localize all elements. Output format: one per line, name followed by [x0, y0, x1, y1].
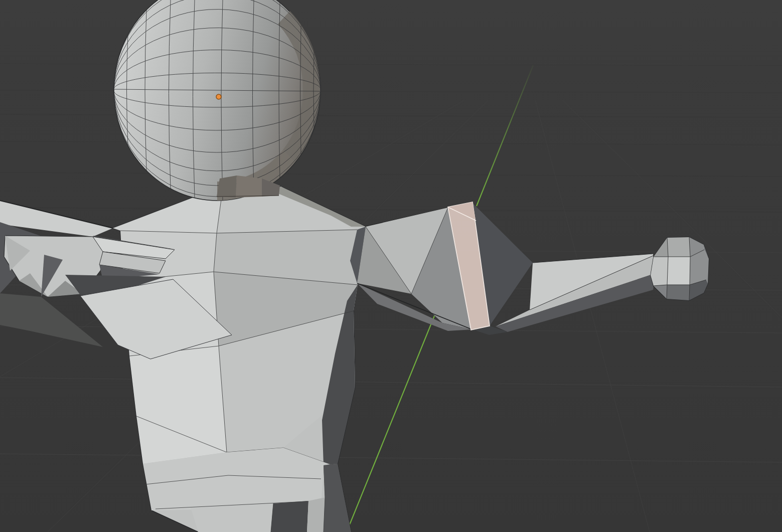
- viewport-canvas[interactable]: [0, 0, 782, 532]
- origin-point[interactable]: [216, 94, 221, 99]
- blender-3d-viewport[interactable]: [0, 0, 782, 532]
